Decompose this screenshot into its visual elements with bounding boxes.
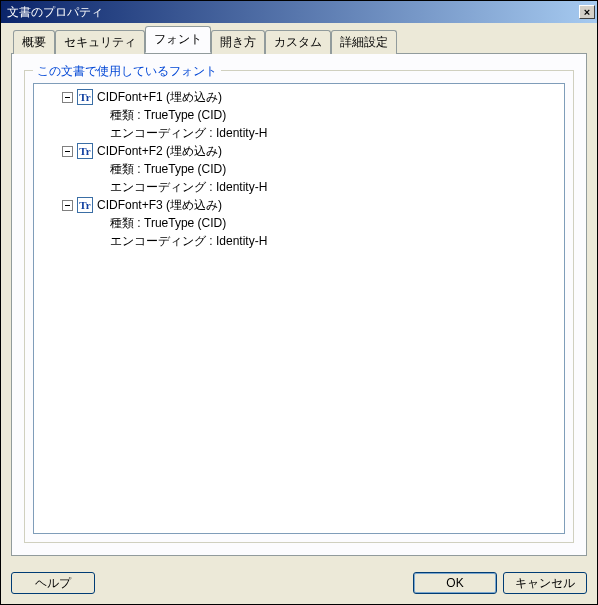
fonts-treeview[interactable]: Tr CIDFont+F1 (埋め込み) 種類 : TrueType (CID)… [33,83,565,534]
font-detail-row[interactable]: 種類 : TrueType (CID) [36,214,562,232]
font-node-row[interactable]: Tr CIDFont+F2 (埋め込み) [36,142,562,160]
font-tree-node: Tr CIDFont+F3 (埋め込み) 種類 : TrueType (CID)… [36,196,562,250]
tab-security[interactable]: セキュリティ [55,30,145,54]
tab-summary[interactable]: 概要 [13,30,55,54]
font-node-row[interactable]: Tr CIDFont+F1 (埋め込み) [36,88,562,106]
truetype-font-icon: Tr [77,89,93,105]
font-node-row[interactable]: Tr CIDFont+F3 (埋め込み) [36,196,562,214]
dialog-window: 文書のプロパティ × 概要 セキュリティ フォント 開き方 カスタム 詳細設定 … [0,0,598,605]
window-title: 文書のプロパティ [7,4,579,21]
tab-initial-view[interactable]: 開き方 [211,30,265,54]
tab-fonts[interactable]: フォント [145,26,211,53]
ok-button[interactable]: OK [413,572,497,594]
font-name-label: CIDFont+F2 (埋め込み) [97,143,222,160]
font-tree-node: Tr CIDFont+F1 (埋め込み) 種類 : TrueType (CID)… [36,88,562,142]
font-tree-node: Tr CIDFont+F2 (埋め込み) 種類 : TrueType (CID)… [36,142,562,196]
font-detail-row[interactable]: エンコーディング : Identity-H [36,232,562,250]
tree-expander-icon[interactable] [62,146,73,157]
button-bar: ヘルプ OK キャンセル [1,564,597,604]
truetype-font-icon: Tr [77,197,93,213]
cancel-button[interactable]: キャンセル [503,572,587,594]
font-detail-row[interactable]: 種類 : TrueType (CID) [36,160,562,178]
help-button[interactable]: ヘルプ [11,572,95,594]
client-area: 概要 セキュリティ フォント 開き方 カスタム 詳細設定 この文書で使用している… [1,23,597,564]
font-type-label: 種類 : TrueType (CID) [110,107,226,124]
font-type-label: 種類 : TrueType (CID) [110,161,226,178]
font-encoding-label: エンコーディング : Identity-H [110,125,267,142]
groupbox-legend: この文書で使用しているフォント [33,63,221,80]
button-bar-spacer [101,572,407,594]
tab-strip: 概要 セキュリティ フォント 開き方 カスタム 詳細設定 [11,31,587,53]
truetype-font-icon: Tr [77,143,93,159]
font-detail-row[interactable]: エンコーディング : Identity-H [36,178,562,196]
font-name-label: CIDFont+F3 (埋め込み) [97,197,222,214]
font-detail-row[interactable]: 種類 : TrueType (CID) [36,106,562,124]
tab-advanced[interactable]: 詳細設定 [331,30,397,54]
tree-expander-icon[interactable] [62,92,73,103]
font-name-label: CIDFont+F1 (埋め込み) [97,89,222,106]
tab-panel-fonts: この文書で使用しているフォント Tr CIDFont+F1 (埋め込み) [11,53,587,556]
font-encoding-label: エンコーディング : Identity-H [110,179,267,196]
font-type-label: 種類 : TrueType (CID) [110,215,226,232]
font-encoding-label: エンコーディング : Identity-H [110,233,267,250]
tab-custom[interactable]: カスタム [265,30,331,54]
fonts-groupbox: この文書で使用しているフォント Tr CIDFont+F1 (埋め込み) [24,70,574,543]
close-button[interactable]: × [579,5,595,19]
tree-expander-icon[interactable] [62,200,73,211]
font-detail-row[interactable]: エンコーディング : Identity-H [36,124,562,142]
title-bar: 文書のプロパティ × [1,1,597,23]
